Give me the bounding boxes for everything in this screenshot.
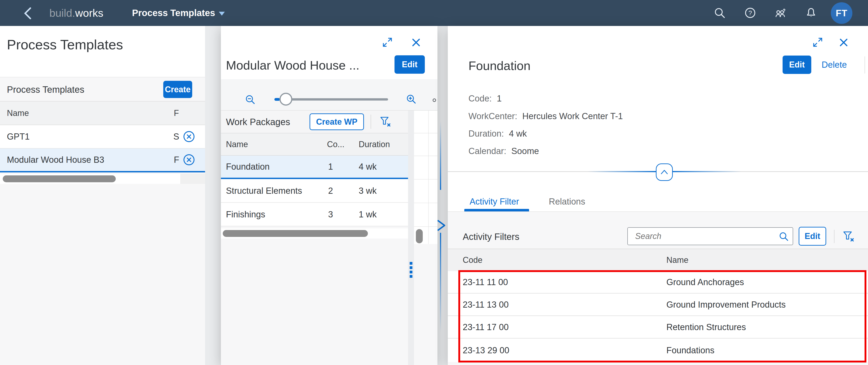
- close-icon[interactable]: [838, 37, 849, 48]
- expand-splitter-button[interactable]: [435, 219, 447, 232]
- community-icon: [774, 6, 787, 19]
- tab-activity-filter[interactable]: Activity Filter: [470, 197, 519, 207]
- divider-accent: [673, 171, 741, 172]
- collapse-header-button[interactable]: [656, 163, 673, 181]
- field-duration: Duration:4 wk: [468, 129, 527, 139]
- template-link[interactable]: Modular Wood House B3: [7, 155, 104, 165]
- avatar[interactable]: FT: [831, 2, 852, 24]
- detail-edit-button[interactable]: Edit: [782, 56, 811, 74]
- filter-row[interactable]: 23-13 29 00 Foundations: [448, 339, 868, 362]
- page-title: Process Templates: [7, 37, 123, 53]
- filters-toolbar: Activity Filters Edit: [448, 212, 868, 248]
- page-header: Process Templates: [0, 26, 205, 77]
- filter-clear-icon[interactable]: [379, 116, 392, 128]
- wp-edit-button[interactable]: Edit: [395, 55, 425, 74]
- vertical-scrollbar-thumb[interactable]: [416, 229, 423, 243]
- wp-horizontal-scrollbar[interactable]: [221, 228, 408, 238]
- application-window: build.works Process Templates ? FT Proce…: [0, 0, 868, 365]
- help-icon: ?: [744, 7, 756, 19]
- logo[interactable]: build.works: [50, 0, 103, 26]
- column-flag: F: [174, 108, 179, 118]
- scrollbar-thumb[interactable]: [223, 230, 368, 237]
- template-link[interactable]: GPT1: [7, 132, 30, 142]
- expand-icon[interactable]: [812, 36, 824, 48]
- zoom-out-icon[interactable]: [245, 94, 255, 105]
- close-icon[interactable]: [410, 37, 422, 48]
- filters-title: Activity Filters: [463, 232, 520, 242]
- shell-bar: build.works Process Templates ? FT: [0, 0, 868, 26]
- inner-splitter[interactable]: [408, 111, 414, 365]
- field-label: Calendar:: [468, 146, 506, 156]
- wp-row[interactable]: Structural Elements 2 3 wk: [221, 179, 408, 203]
- expand-icon[interactable]: [382, 36, 393, 48]
- field-label: Code:: [468, 94, 492, 103]
- wp-link[interactable]: Finishings: [226, 209, 265, 219]
- toolbar-separator: [834, 230, 835, 243]
- filter-row[interactable]: 23-11 17 00 Retention Structures: [448, 316, 868, 339]
- decline-icon[interactable]: [183, 131, 195, 142]
- wp-duration: 1 wk: [359, 209, 377, 219]
- table-row-selected[interactable]: Modular Wood House B3 F: [0, 148, 205, 172]
- tab-relations[interactable]: Relations: [549, 197, 585, 207]
- splitter-line: [440, 233, 441, 332]
- filter-row[interactable]: 23-11 11 00 Ground Anchorages: [448, 271, 868, 294]
- bell-icon: [805, 7, 817, 19]
- create-wp-button[interactable]: Create WP: [310, 113, 364, 130]
- horizontal-scrollbar[interactable]: [0, 174, 180, 184]
- wp-code: 1: [328, 162, 333, 172]
- field-label: Duration:: [468, 129, 504, 138]
- column-code: Code: [463, 255, 483, 265]
- detail-title: Foundation: [468, 59, 530, 73]
- template-flag: S: [174, 132, 179, 142]
- wp-panel-header: Modular Wood House ... Edit: [221, 26, 437, 79]
- column-code: Co...: [327, 140, 344, 149]
- filter-code: 23-13 29 00: [463, 345, 509, 355]
- filters-table-header: Code Name: [448, 248, 868, 271]
- help-button[interactable]: ?: [743, 5, 757, 20]
- filter-row[interactable]: 23-11 13 00 Ground Improvement Products: [448, 294, 868, 316]
- shell-search-button[interactable]: [712, 5, 727, 20]
- zoom-in-icon[interactable]: [406, 94, 416, 104]
- field-value: 1: [497, 94, 501, 103]
- logo-prefix: build.: [50, 7, 75, 19]
- filters-edit-button[interactable]: Edit: [799, 227, 826, 245]
- field-label: WorkCenter:: [468, 111, 517, 121]
- filter-name: Ground Anchorages: [666, 277, 744, 287]
- zoom-slider-handle[interactable]: [279, 93, 292, 106]
- wp-link[interactable]: Foundation: [226, 162, 270, 172]
- filter-name: Foundations: [666, 345, 714, 355]
- notifications-button[interactable]: [804, 5, 818, 20]
- scrollbar-thumb[interactable]: [3, 175, 116, 182]
- decline-icon[interactable]: [183, 154, 195, 166]
- overflow-dot-icon[interactable]: [433, 98, 436, 102]
- field-workcenter: WorkCenter:Hercules Work Center T-1: [468, 111, 623, 121]
- filter-clear-icon[interactable]: [842, 230, 855, 243]
- chevron-up-icon: [660, 169, 669, 175]
- delete-button[interactable]: Delete: [816, 56, 852, 74]
- logo-suffix: works: [75, 7, 103, 19]
- wp-panel-title: Modular Wood House ...: [226, 58, 360, 72]
- svg-text:?: ?: [748, 9, 752, 16]
- community-button[interactable]: [773, 5, 788, 20]
- filter-name: Retention Structures: [666, 322, 746, 332]
- divider-accent: [587, 171, 656, 172]
- field-value: Soome: [512, 146, 539, 156]
- list-table-header: Name F: [0, 101, 205, 125]
- search-input[interactable]: [635, 229, 769, 243]
- wp-link[interactable]: Structural Elements: [226, 186, 302, 196]
- table-row[interactable]: GPT1 S: [0, 125, 205, 148]
- zoom-slider-fill: [274, 98, 280, 101]
- search-icon[interactable]: [778, 231, 789, 242]
- filter-code: 23-11 17 00: [463, 322, 508, 332]
- create-button[interactable]: Create: [163, 81, 192, 98]
- app-title-menu[interactable]: Process Templates: [132, 0, 225, 26]
- wp-toolbar: Work Packages Create WP: [221, 111, 408, 133]
- back-button[interactable]: [20, 6, 35, 21]
- field-code: Code:1: [468, 94, 502, 103]
- splitter-line: [440, 121, 441, 190]
- wp-row-selected[interactable]: Foundation 1 4 wk: [221, 156, 408, 179]
- gantt-grid: [414, 111, 437, 244]
- wp-row[interactable]: Finishings 3 1 wk: [221, 203, 408, 226]
- work-packages-panel: Modular Wood House ... Edit Work Package…: [221, 26, 437, 365]
- search-field[interactable]: [627, 227, 793, 245]
